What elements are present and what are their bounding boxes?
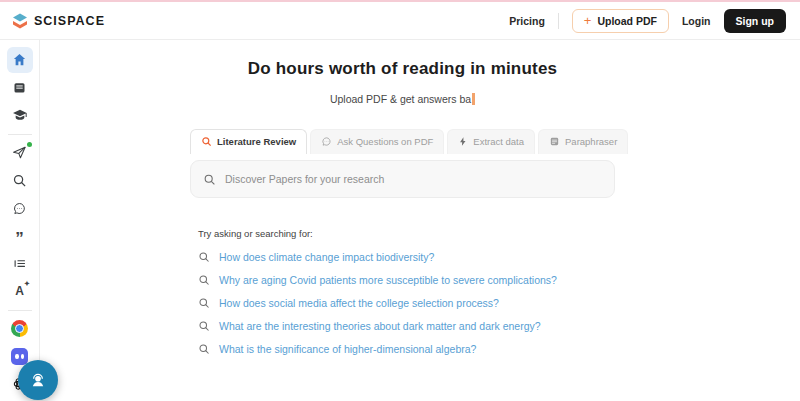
plus-icon: +: [584, 16, 592, 26]
suggestion-list: How does climate change impact biodivers…: [198, 251, 615, 355]
search-icon: [198, 297, 210, 309]
tab-ask-questions-on-pdf[interactable]: Ask Questions on PDF: [310, 129, 444, 154]
paper-plane-icon: [12, 145, 27, 160]
sidebar-item-chrome-extension[interactable]: [7, 316, 33, 342]
search-icon: [198, 274, 210, 286]
tab-paraphraser[interactable]: Paraphraser: [538, 129, 628, 154]
suggestion-item[interactable]: What is the significance of higher-dimen…: [198, 343, 615, 355]
suggestion-item[interactable]: Why are aging Covid patients more suscep…: [198, 274, 615, 286]
sidebar-divider: [8, 134, 32, 135]
graduation-cap-icon: [12, 107, 28, 123]
tab-extract-data[interactable]: Extract data: [447, 129, 535, 154]
app-header: SCISPACE Pricing + Upload PDF Login Sign…: [0, 2, 800, 40]
ai-writer-icon: A✦: [15, 284, 24, 298]
sidebar-item-library[interactable]: [7, 75, 33, 101]
discover-search-icon: [12, 173, 27, 188]
typing-cursor: [472, 93, 475, 105]
document-icon: [549, 136, 560, 147]
home-icon: [12, 52, 27, 67]
upload-pdf-label: Upload PDF: [597, 15, 657, 27]
suggestion-item[interactable]: How does social media affect the college…: [198, 297, 615, 309]
upload-pdf-button[interactable]: + Upload PDF: [572, 9, 669, 33]
sidebar-item-submissions[interactable]: [7, 140, 33, 166]
header-divider: [558, 13, 559, 29]
login-link[interactable]: Login: [682, 15, 711, 27]
search-icon: [201, 136, 212, 147]
typing-tagline: Upload PDF & get answers ba: [190, 93, 615, 105]
suggestion-item[interactable]: What are the interesting theories about …: [198, 320, 615, 332]
sidebar-item-learn[interactable]: [7, 102, 33, 128]
logo-text: SCISPACE: [34, 14, 105, 28]
sidebar-item-chat[interactable]: [7, 195, 33, 221]
search-icon: [198, 343, 210, 355]
sidebar-divider: [8, 310, 32, 311]
search-icon: [198, 320, 210, 332]
search-input[interactable]: [225, 173, 602, 185]
suggestions-heading: Try asking or searching for:: [198, 228, 615, 239]
sidebar-item-outline[interactable]: [7, 251, 33, 277]
chat-bubble-icon: [321, 136, 332, 147]
support-chat-button[interactable]: [18, 360, 58, 400]
signup-button[interactable]: Sign up: [724, 9, 787, 33]
scispace-logo-icon: [12, 13, 28, 29]
search-icon: [203, 173, 216, 186]
lightning-bolt-icon: [458, 136, 468, 147]
mode-tabs: Literature Review Ask Questions on PDF: [190, 129, 615, 154]
search-icon: [198, 251, 210, 263]
library-icon: [12, 80, 27, 95]
tab-literature-review[interactable]: Literature Review: [190, 129, 307, 154]
tool-sidebar: ” A✦: [0, 40, 40, 399]
citation-quote-icon: ”: [15, 227, 24, 244]
chrome-icon: [11, 320, 28, 337]
sidebar-item-home[interactable]: [7, 47, 33, 73]
pricing-link[interactable]: Pricing: [509, 15, 545, 27]
notification-dot: [27, 142, 32, 147]
discord-icon: [11, 348, 28, 365]
chat-bubble-icon: [12, 201, 27, 216]
main-area: Do hours worth of reading in minutes Upl…: [40, 40, 800, 399]
outline-list-icon: [12, 256, 27, 271]
support-agent-icon: [28, 370, 48, 390]
scispace-logo[interactable]: SCISPACE: [12, 13, 105, 29]
sidebar-item-ai-writer[interactable]: A✦: [7, 278, 33, 304]
sidebar-item-discover[interactable]: [7, 168, 33, 194]
sidebar-item-citations[interactable]: ”: [7, 223, 33, 249]
suggestion-item[interactable]: How does climate change impact biodivers…: [198, 251, 615, 263]
page-title: Do hours worth of reading in minutes: [190, 59, 615, 79]
paper-search-box[interactable]: [190, 160, 615, 198]
